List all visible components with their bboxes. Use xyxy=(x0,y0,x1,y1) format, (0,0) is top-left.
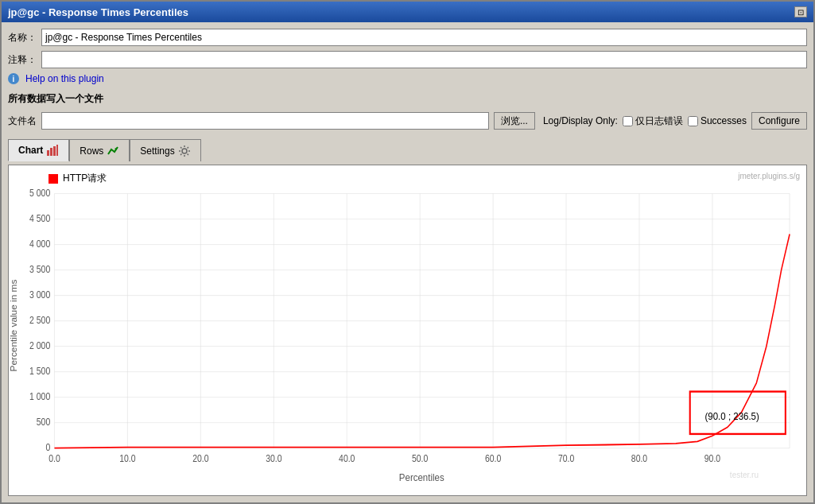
svg-text:3 000: 3 000 xyxy=(29,290,50,300)
name-input[interactable] xyxy=(41,29,807,46)
tester-watermark: tester.ru xyxy=(730,471,759,479)
svg-text:10.0: 10.0 xyxy=(119,454,135,464)
content-area: 名称： 注释： i Help on this plugin 所有数据写入一个文件… xyxy=(2,22,813,502)
log-display-label: Log/Display Only: xyxy=(543,115,618,126)
window-title: jp@gc - Response Times Percentiles xyxy=(8,6,188,18)
name-label: 名称： xyxy=(8,31,37,45)
file-input[interactable] xyxy=(41,112,489,130)
svg-rect-1 xyxy=(50,148,52,156)
svg-text:30.0: 30.0 xyxy=(266,454,281,464)
svg-text:20.0: 20.0 xyxy=(192,454,208,464)
help-link[interactable]: Help on this plugin xyxy=(25,73,104,84)
svg-text:Percentile value in ms: Percentile value in ms xyxy=(10,279,18,371)
chart-tab-label: Chart xyxy=(18,145,43,156)
svg-text:50.0: 50.0 xyxy=(412,454,428,464)
svg-rect-3 xyxy=(56,145,58,156)
tab-rows[interactable]: Rows xyxy=(69,139,130,161)
title-bar: jp@gc - Response Times Percentiles ⊡ xyxy=(2,2,813,22)
svg-rect-0 xyxy=(47,150,49,156)
svg-text:3 500: 3 500 xyxy=(29,265,50,275)
svg-text:1 000: 1 000 xyxy=(29,392,50,402)
svg-text:4 500: 4 500 xyxy=(29,214,50,224)
main-window: jp@gc - Response Times Percentiles ⊡ 名称：… xyxy=(0,0,815,504)
chart-area: HTTP请求 jmeter.plugins.s/g xyxy=(8,165,807,496)
configure-button[interactable]: Configure xyxy=(751,112,807,130)
svg-text:2 500: 2 500 xyxy=(29,316,50,326)
comment-input[interactable] xyxy=(41,51,807,68)
error-only-checkbox[interactable] xyxy=(623,116,633,126)
file-row: 文件名 浏览... Log/Display Only: 仅日志错误 Succes… xyxy=(8,112,807,130)
svg-text:1 500: 1 500 xyxy=(29,366,50,377)
chart-tab-icon xyxy=(46,144,59,157)
svg-text:0: 0 xyxy=(45,443,50,453)
help-row: i Help on this plugin xyxy=(8,73,807,84)
file-label: 文件名 xyxy=(8,114,37,128)
info-icon: i xyxy=(8,73,19,84)
comment-label: 注释： xyxy=(8,53,37,67)
rows-tab-label: Rows xyxy=(80,145,103,157)
settings-tab-label: Settings xyxy=(140,145,174,157)
tab-bar: Chart Rows xyxy=(8,139,807,161)
tab-chart[interactable]: Chart xyxy=(8,139,69,161)
success-checkbox[interactable] xyxy=(688,116,698,126)
browse-button[interactable]: 浏览... xyxy=(494,112,535,130)
error-only-label: 仅日志错误 xyxy=(635,114,683,128)
section-title: 所有数据写入一个文件 xyxy=(8,92,807,106)
svg-text:4 000: 4 000 xyxy=(29,239,50,250)
svg-point-4 xyxy=(182,149,187,153)
svg-text:40.0: 40.0 xyxy=(339,454,355,464)
settings-tab-icon xyxy=(178,145,191,157)
svg-text:500: 500 xyxy=(37,417,50,428)
error-only-checkbox-group: 仅日志错误 xyxy=(623,114,683,128)
rows-tab-icon xyxy=(107,145,119,157)
success-label: Successes xyxy=(701,115,747,126)
svg-text:90.0: 90.0 xyxy=(704,454,720,464)
svg-text:2 000: 2 000 xyxy=(29,341,50,351)
svg-rect-2 xyxy=(53,146,56,156)
svg-text:(90.0 ; 236.5): (90.0 ; 236.5) xyxy=(705,410,759,422)
tab-settings[interactable]: Settings xyxy=(130,139,200,161)
svg-text:Percentiles: Percentiles xyxy=(399,472,444,484)
name-row: 名称： xyxy=(8,29,807,46)
svg-text:60.0: 60.0 xyxy=(485,454,501,464)
success-checkbox-group: Successes xyxy=(688,115,747,126)
restore-button[interactable]: ⊡ xyxy=(794,6,807,17)
comment-row: 注释： xyxy=(8,51,807,68)
svg-text:80.0: 80.0 xyxy=(631,454,647,464)
svg-text:5 000: 5 000 xyxy=(29,188,50,199)
svg-text:70.0: 70.0 xyxy=(558,454,574,464)
svg-text:0.0: 0.0 xyxy=(49,454,60,464)
chart-svg: 5 000 4 500 4 000 3 500 3 000 2 500 2 00… xyxy=(9,165,806,495)
